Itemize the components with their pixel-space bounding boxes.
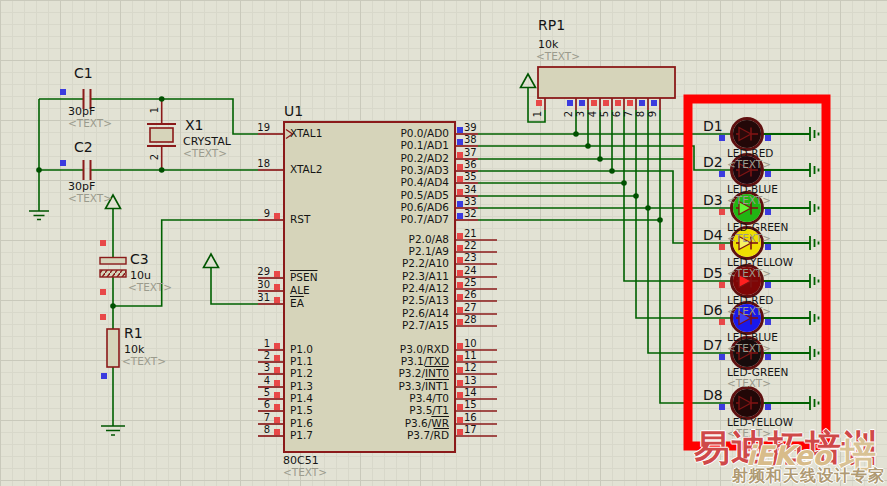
c3-capacitor-plate-polarized[interactable] bbox=[100, 270, 126, 277]
ground-symbol-r1[interactable] bbox=[101, 426, 125, 435]
led-d7-ground-symbol bbox=[762, 346, 819, 360]
ground-symbol-left[interactable] bbox=[29, 211, 49, 220]
led-d7[interactable] bbox=[732, 338, 819, 369]
u1-chip-body[interactable] bbox=[284, 122, 455, 452]
led-d3[interactable] bbox=[732, 193, 819, 224]
led-d3-ground-symbol bbox=[762, 201, 819, 215]
led-d2-ground-symbol bbox=[762, 163, 819, 177]
wire-rp1-columns[interactable] bbox=[576, 110, 612, 171]
wire-rst-net[interactable] bbox=[113, 220, 258, 306]
power-arrow-c3[interactable] bbox=[106, 195, 121, 210]
wire-c1-to-xtal1[interactable] bbox=[39, 99, 258, 134]
led-d6-ground-symbol bbox=[762, 311, 819, 325]
schematic-drawing bbox=[0, 0, 887, 486]
wire-vcc-ea[interactable] bbox=[211, 268, 258, 304]
led-d4-ground-symbol bbox=[762, 236, 819, 250]
led-d2[interactable] bbox=[732, 155, 819, 186]
watermark-tagline: 射频和天线设计专家 bbox=[732, 466, 885, 486]
led-d1-ground-symbol bbox=[762, 127, 819, 141]
power-arrow-ea[interactable] bbox=[204, 254, 219, 268]
led-d4[interactable] bbox=[732, 228, 819, 259]
led-d8-ground-symbol bbox=[762, 396, 819, 410]
c3-capacitor-plate[interactable] bbox=[100, 258, 126, 265]
wire-p0_3-d4[interactable] bbox=[478, 171, 732, 243]
power-arrow-rp1[interactable] bbox=[521, 74, 536, 88]
led-d5[interactable] bbox=[732, 266, 819, 297]
led-d1[interactable] bbox=[732, 119, 819, 150]
x1-crystal-body[interactable] bbox=[150, 128, 173, 142]
led-d5-ground-symbol bbox=[762, 274, 819, 288]
schematic-canvas: C1 30pF <TEXT> C2 30pF <TEXT> X1 CRYSTAL… bbox=[0, 0, 887, 486]
r1-resistor-body[interactable] bbox=[107, 329, 119, 367]
c1-capacitor-plates[interactable] bbox=[84, 89, 91, 109]
wire-p0_5-d6[interactable] bbox=[478, 110, 732, 318]
watermark: 易迪拓培训 培训 iEKeo 射频和天线设计专家 bbox=[694, 424, 887, 486]
c2-capacitor-plates[interactable] bbox=[84, 160, 91, 180]
led-d6[interactable] bbox=[732, 303, 819, 334]
wire-p0_1-d2[interactable] bbox=[478, 146, 732, 170]
led-d8[interactable] bbox=[732, 388, 819, 419]
rp1-respack-body[interactable] bbox=[538, 67, 675, 98]
